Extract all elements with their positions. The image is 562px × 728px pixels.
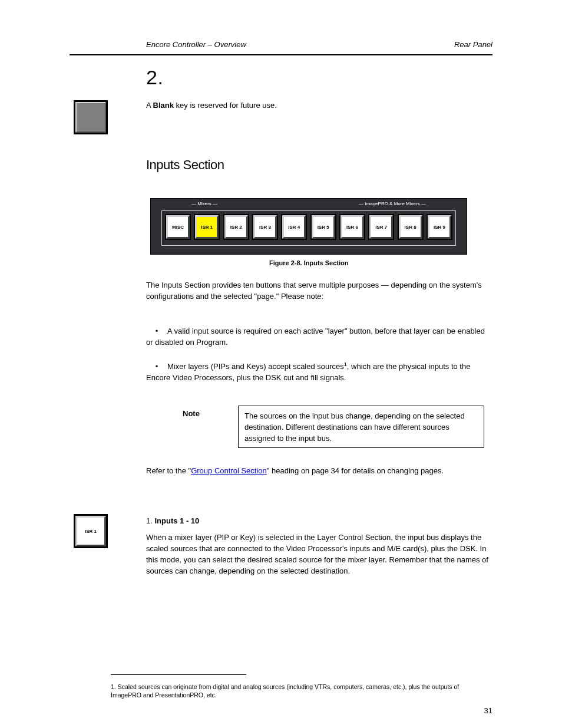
input-button-face: ISR 9 (428, 215, 451, 239)
input-button-8[interactable]: ISR 7 (368, 214, 394, 240)
input-button-3[interactable]: ISR 2 (223, 214, 249, 240)
input-button-6[interactable]: ISR 5 (310, 214, 336, 240)
mixers-label: — Mixers — (191, 201, 217, 206)
figure-caption: Figure 2-8. Inputs Section (269, 259, 348, 266)
page-number: 31 (484, 706, 492, 715)
input-button-face: ISR 7 (369, 215, 393, 239)
reference-paragraph: Refer to the "Group Control Section" hea… (146, 466, 494, 477)
note-label: Note (183, 409, 200, 418)
group-control-link[interactable]: Group Control Section (191, 466, 267, 475)
blank-key-button[interactable] (74, 100, 108, 134)
input-button-face: ISR 3 (253, 215, 277, 239)
input-button-face: ISR 8 (399, 215, 422, 239)
input-button-face: ISR 5 (312, 215, 335, 239)
input-button-10[interactable]: ISR 9 (427, 214, 452, 240)
intro-paragraph: The Inputs Section provides ten buttons … (146, 280, 494, 302)
imagepro-label: — ImagePRO & More Mixers — (359, 201, 426, 206)
input-button-face: ISR 2 (224, 215, 248, 239)
input-button-4[interactable]: ISR 3 (252, 214, 278, 240)
input-1-button[interactable]: ISR 1 (74, 514, 108, 548)
input-button-face: ISR 1 (195, 215, 219, 239)
inputs-panel: — Mixers — — ImagePRO & More Mixers — MI… (150, 198, 467, 255)
input-button-1[interactable]: MISC (165, 214, 191, 240)
bullet-2: •Mixer layers (PIPs and Keys) accept sca… (146, 361, 494, 384)
input-button-7[interactable]: ISR 6 (339, 214, 365, 240)
header-right: Rear Panel (454, 40, 492, 49)
inputs-panel-labels: — Mixers — — ImagePRO & More Mixers — (151, 201, 467, 206)
input-button-5[interactable]: ISR 4 (281, 214, 307, 240)
inputs-1-10-title: 1. Inputs 1 - 10 (146, 516, 199, 525)
input-button-2[interactable]: ISR 1 (194, 214, 220, 240)
inputs-1-10-body: When a mixer layer (PIP or Key) is selec… (146, 532, 494, 577)
header-rule (70, 54, 492, 55)
header-left: Encore Controller – Overview (146, 40, 246, 49)
blank-key-description: A Blank key is reserved for future use. (146, 100, 476, 111)
page-header: Encore Controller – Overview Rear Panel (0, 40, 562, 49)
bullet-1: •A valid input source is required on eac… (146, 326, 494, 348)
input-button-face: MISC (166, 215, 190, 239)
input-button-9[interactable]: ISR 8 (398, 214, 424, 240)
note-box: The sources on the input bus change, dep… (238, 406, 484, 448)
footnote: 1. Scaled sources can originate from dig… (111, 683, 488, 699)
inputs-row: MISCISR 1ISR 2ISR 3ISR 4ISR 5ISR 6ISR 7I… (165, 214, 452, 240)
input-1-face: ISR 1 (75, 516, 106, 546)
page-title: 2. (146, 66, 163, 89)
blank-key-face (75, 102, 106, 133)
inputs-section-title: Inputs Section (146, 157, 224, 173)
input-button-face: ISR 4 (282, 215, 306, 239)
input-button-face: ISR 6 (340, 215, 364, 239)
footnote-rule (111, 674, 246, 675)
